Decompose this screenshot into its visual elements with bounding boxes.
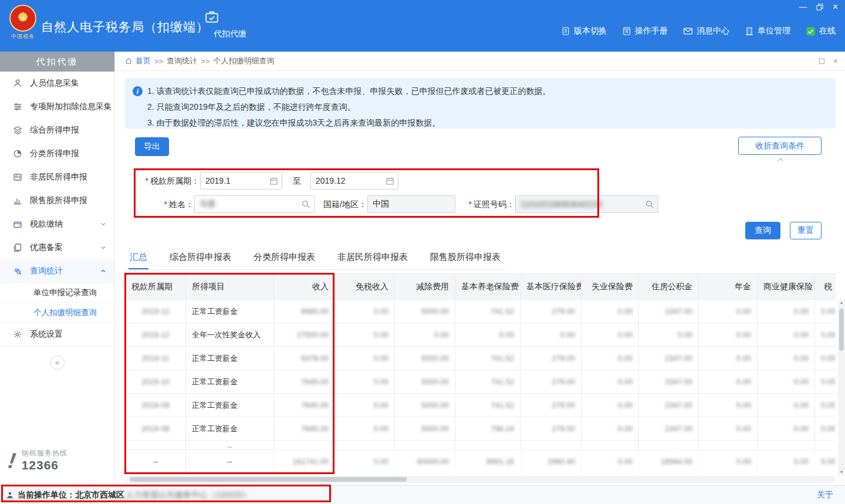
sidebar-item-system-settings[interactable]: 系统设置 [0, 323, 114, 346]
vertical-scrollbar[interactable]: ▲ ▼ [838, 299, 845, 476]
nav-unit-management[interactable]: 单位管理 [745, 26, 790, 36]
sidebar-item-special-deduction[interactable]: 专项附加扣除信息采集 [0, 95, 114, 119]
tab-summary[interactable]: 汇总 [129, 248, 148, 269]
table-cell: 2019-12 [126, 323, 186, 347]
horizontal-scrollbar[interactable] [125, 476, 836, 483]
table-cell: 8991.16 [455, 450, 520, 473]
table-cell: 0.00 [815, 370, 836, 394]
period-from-field[interactable] [205, 176, 267, 185]
sidebar-item-label: 限售股所得申报 [30, 195, 87, 206]
search-statistics-icon [13, 266, 22, 276]
status-bar: 当前操作单位：北京市西城区 人力资源公共服务中心（110102） 关于 [0, 485, 845, 504]
sliders-icon [13, 102, 22, 111]
sidebar-subitem-personal-withholding-query[interactable]: 个人扣缴明细查询 [0, 303, 114, 323]
nationality-input[interactable] [367, 195, 455, 213]
column-header: 年金 [699, 274, 758, 300]
table-cell: 2960.40 [520, 450, 582, 473]
page-close-icon[interactable]: × [833, 57, 838, 65]
documents-icon [13, 243, 22, 252]
table-row: 2019-12全年一次性奖金收入27500.000.000.000.000.00… [126, 323, 836, 347]
tab-classified-income[interactable]: 分类所得申报表 [252, 248, 316, 269]
table-cell: 0.00 [699, 417, 758, 441]
operator-unit-redacted: 人力资源公共服务中心（110102） [126, 490, 251, 500]
table-cell: 0.00 [582, 323, 639, 347]
app-title: 自然人电子税务局（扣缴端） [41, 19, 209, 35]
collapse-query-button[interactable]: 收折查询条件 [738, 137, 822, 155]
sidebar-item-query-statistics[interactable]: 查询统计 [0, 259, 114, 283]
tab-nonresident-income[interactable]: 非居民所得申报表 [336, 248, 409, 269]
table-cell: 7645.00 [274, 370, 335, 394]
sidebar-subitem-unit-declaration-query[interactable]: 单位申报记录查询 [0, 283, 114, 303]
period-to-field[interactable] [316, 176, 383, 185]
home-icon [124, 57, 133, 65]
tab-restricted-shares[interactable]: 限售股所得申报表 [429, 248, 502, 269]
nav-online-status[interactable]: 在线 [806, 26, 836, 36]
close-icon[interactable]: × [833, 3, 838, 11]
sidebar-item-comprehensive-income[interactable]: 综合所得申报 [0, 119, 114, 142]
layers-icon [13, 126, 22, 135]
table-cell: -- [126, 450, 186, 473]
period-from-input[interactable] [200, 172, 282, 190]
sidebar-collapse-button[interactable]: « [50, 356, 65, 370]
table-cell: .. [186, 441, 274, 450]
calendar-icon[interactable] [269, 177, 278, 185]
search-icon[interactable] [645, 199, 654, 209]
scroll-up-icon[interactable]: ▲ [840, 300, 844, 306]
collapse-caret-icon [777, 157, 784, 162]
export-button[interactable]: 导出 [135, 137, 169, 156]
table-cell: 2019-10 [126, 370, 186, 394]
sidebar-item-label: 非居民所得申报 [30, 172, 87, 182]
table-cell: 2019-11 [126, 347, 186, 370]
id-number-input[interactable] [515, 195, 658, 213]
column-header: 所得项目 [186, 274, 274, 300]
building-icon [745, 26, 754, 36]
search-icon[interactable] [301, 199, 310, 209]
table-cell: 0.00 [699, 450, 758, 473]
table-cell: 正常工资薪金 [186, 347, 274, 370]
tab-withholding-module[interactable]: 代扣代缴 [204, 9, 256, 39]
sidebar-item-restricted-shares[interactable]: 限售股所得申报 [0, 189, 114, 212]
sidebar-item-classified-income[interactable]: 分类所得申报 [0, 142, 114, 165]
page-restore-icon[interactable] [819, 58, 825, 65]
query-button[interactable]: 查询 [745, 222, 780, 239]
operator-person-icon [6, 491, 14, 499]
table-cell: 0.00 [815, 417, 836, 441]
nav-manual[interactable]: 操作手册 [622, 26, 668, 36]
about-link[interactable]: 关于 [817, 490, 833, 500]
calendar-icon[interactable] [386, 177, 394, 185]
table-row: 2019-09正常工资薪金7645.000.005000.00741.52279… [126, 394, 836, 417]
nav-message-center[interactable]: 消息中心 [683, 26, 729, 36]
nationality-field[interactable] [373, 199, 451, 209]
table-cell [582, 441, 639, 450]
horizontal-scrollbar-thumb[interactable] [130, 477, 407, 482]
period-to-input[interactable] [310, 172, 398, 190]
module-tab-label: 代扣代缴 [214, 29, 246, 38]
window-controls: — × [799, 3, 838, 11]
table-cell: 0.00 [582, 417, 639, 441]
scroll-down-icon[interactable]: ▼ [840, 469, 844, 475]
name-field[interactable] [200, 199, 299, 209]
nav-label: 在线 [819, 26, 836, 36]
table-cell: 全年一次性奖金收入 [186, 323, 274, 347]
restore-icon[interactable] [816, 4, 823, 11]
sidebar-item-personnel-info[interactable]: 人员信息采集 [0, 72, 114, 95]
table-row: 2019-12正常工资薪金9985.000.005000.00741.52279… [126, 300, 836, 323]
notice-box: i 1. 该查询统计表仅能查询已申报成功的数据，不包含未申报、申报失败，已申报但… [125, 78, 836, 128]
sidebar-item-preferential-filing[interactable]: 优惠备案 [0, 236, 114, 259]
sidebar-item-nonresident-income[interactable]: 非居民所得申报 [0, 165, 114, 189]
reset-button[interactable]: 重置 [790, 222, 822, 239]
table-cell: 0.00 [582, 450, 639, 473]
breadcrumb-home-link[interactable]: 首页 [136, 56, 151, 66]
name-input[interactable] [194, 195, 315, 213]
table-cell: 7645.00 [274, 417, 335, 441]
tab-comprehensive-income[interactable]: 综合所得申报表 [168, 248, 232, 269]
vertical-scrollbar-thumb[interactable] [839, 309, 844, 351]
table-cell: 0.00 [758, 323, 815, 347]
nav-version-switch[interactable]: 版本切换 [561, 26, 607, 36]
sidebar-item-tax-payment[interactable]: 税款缴纳 [0, 212, 114, 236]
id-number-field[interactable] [520, 199, 643, 209]
table-cell: 0.00 [335, 370, 395, 394]
minimize-icon[interactable]: — [799, 3, 807, 11]
id-number-label: *证照号码： [458, 195, 515, 213]
table-cell: 0.00 [815, 347, 836, 370]
